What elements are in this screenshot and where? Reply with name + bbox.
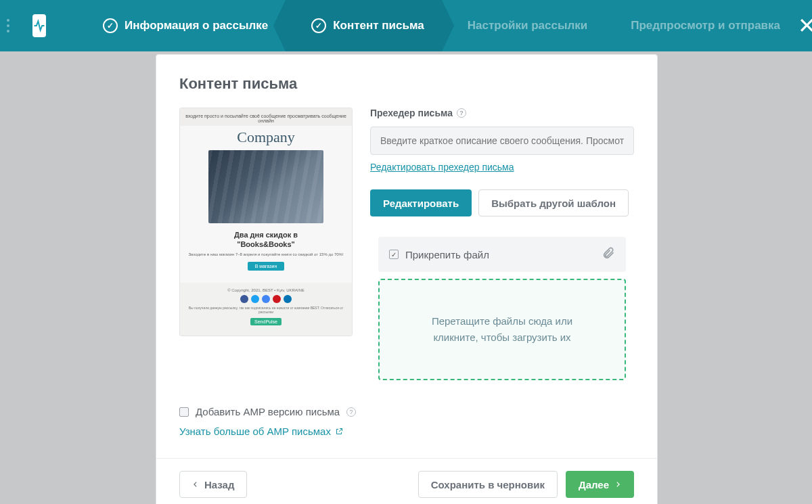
close-icon[interactable]: ✕ xyxy=(798,15,812,37)
attach-file-checkbox[interactable]: ✓ xyxy=(389,250,399,259)
choose-template-button[interactable]: Выбрать другой шаблон xyxy=(478,189,629,216)
check-icon: ✓ xyxy=(103,18,118,33)
external-link-icon xyxy=(335,428,343,436)
wizard-step-settings[interactable]: Настройки рассылки xyxy=(442,0,605,51)
amp-checkbox-label: Добавить AMP версию письма xyxy=(196,406,340,417)
preheader-input[interactable] xyxy=(370,127,634,155)
next-button[interactable]: Далее xyxy=(566,471,634,498)
wizard-topbar: ✓ Информация о рассылке ✓ Контент письма… xyxy=(0,0,812,51)
wizard-step-label: Информация о рассылке xyxy=(125,19,268,32)
wizard-steps: ✓ Информация о рассылке ✓ Контент письма… xyxy=(77,0,798,51)
content-card: Контент письма входите просто и посылайт… xyxy=(156,54,658,504)
file-dropzone[interactable]: Перетащите файлы сюда или кликните, чтоб… xyxy=(378,279,626,380)
preview-header-strip: входите просто и посылайте своё сообщени… xyxy=(180,108,352,126)
attach-file-toggle-row[interactable]: ✓ Прикрепить файл xyxy=(378,237,626,272)
info-icon[interactable]: ? xyxy=(346,407,356,417)
preview-cta-button: В магазин xyxy=(248,262,284,271)
edit-preheader-link[interactable]: Редактировать прехедер письма xyxy=(370,162,514,173)
preview-logo-text: Company xyxy=(180,129,352,146)
preview-subline: Заходите в наш магазин 7–8 апреля и поку… xyxy=(180,252,352,256)
amp-checkbox-row[interactable]: Добавить AMP версию письма ? xyxy=(179,406,634,417)
page-title: Контент письма xyxy=(179,75,634,93)
preview-footer: © Copyright, 2021, BEST • Kyiv, UKRAINE … xyxy=(180,283,352,336)
wizard-step-label: Предпросмотр и отправка xyxy=(631,19,780,32)
preview-social-icons xyxy=(187,295,345,303)
wizard-step-label: Настройки рассылки xyxy=(468,19,587,32)
attach-file-section: ✓ Прикрепить файл Перетащите файлы сюда … xyxy=(370,223,634,388)
amp-learn-more-link[interactable]: Узнать больше об AMP письмах xyxy=(179,426,343,437)
preheader-label: Прехедер письма ? xyxy=(370,108,634,118)
wizard-step-preview[interactable]: Предпросмотр и отправка xyxy=(605,0,798,51)
chevron-right-icon xyxy=(614,480,621,489)
drag-handle-icon xyxy=(7,19,9,32)
attach-file-label: Прикрепить файл xyxy=(405,249,489,260)
amp-checkbox[interactable] xyxy=(179,407,189,417)
paperclip-icon xyxy=(602,246,615,262)
check-icon: ✓ xyxy=(311,18,326,33)
back-button[interactable]: Назад xyxy=(179,471,247,498)
edit-button[interactable]: Редактировать xyxy=(370,189,472,216)
wizard-step-label: Контент письма xyxy=(333,19,424,32)
info-icon[interactable]: ? xyxy=(457,108,466,118)
app-logo[interactable] xyxy=(32,14,46,37)
chevron-left-icon xyxy=(192,480,199,489)
email-preview-thumbnail[interactable]: входите просто и посылайте своё сообщени… xyxy=(179,108,353,336)
preview-hero-image xyxy=(208,150,323,223)
wizard-step-content[interactable]: ✓ Контент письма xyxy=(286,0,442,51)
preview-headline: Два дня скидок в "Books&Books" xyxy=(180,230,352,250)
save-draft-button[interactable]: Сохранить в черновик xyxy=(418,471,558,498)
card-footer: Назад Сохранить в черновик Далее xyxy=(156,458,657,504)
preview-brand-tag: SendPulse xyxy=(250,318,281,325)
wizard-step-info[interactable]: ✓ Информация о рассылке xyxy=(77,0,286,51)
